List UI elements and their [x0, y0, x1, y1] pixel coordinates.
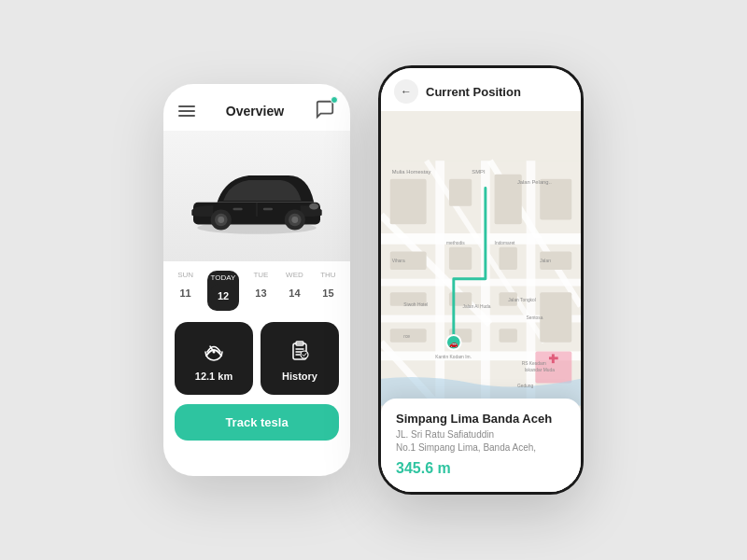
- left-header: Overview: [163, 84, 350, 131]
- svg-rect-10: [233, 208, 243, 211]
- date-day-wed: WED: [286, 271, 303, 279]
- chat-icon[interactable]: [315, 99, 335, 123]
- date-today[interactable]: TODAY 12: [207, 271, 240, 311]
- menu-icon[interactable]: [178, 105, 195, 117]
- svg-rect-34: [449, 179, 472, 206]
- date-num-thu: 15: [316, 281, 340, 305]
- stats-row: 12.1 km History: [163, 318, 350, 404]
- km-card[interactable]: 12.1 km: [175, 322, 253, 395]
- svg-text:Indomaret: Indomaret: [495, 241, 516, 245]
- location-distance: 345.6 m: [396, 460, 566, 477]
- date-num-today: 12: [211, 284, 235, 308]
- date-day-thu: THU: [320, 271, 335, 279]
- svg-text:methodis: methodis: [446, 241, 465, 245]
- km-label: 12.1 km: [195, 371, 233, 382]
- date-num-sun: 11: [174, 281, 198, 305]
- phone-right: ← Current Position: [378, 65, 584, 495]
- svg-text:Vihara: Vihara: [392, 259, 405, 263]
- date-sun[interactable]: SUN 11: [174, 271, 198, 311]
- svg-rect-9: [263, 208, 273, 211]
- date-tue[interactable]: TUE 13: [248, 271, 273, 311]
- svg-text:Siwoh Hotel: Siwoh Hotel: [403, 302, 428, 307]
- history-label: History: [282, 371, 317, 382]
- svg-text:Jalan Tongkol: Jalan Tongkol: [508, 298, 536, 302]
- svg-text:SMPI: SMPI: [472, 169, 486, 175]
- date-day-tue: TUE: [253, 271, 268, 279]
- date-day-today: TODAY: [211, 273, 236, 282]
- back-button[interactable]: ←: [394, 79, 418, 104]
- svg-rect-50: [552, 354, 555, 363]
- svg-rect-46: [499, 329, 516, 343]
- map-title: Current Position: [426, 85, 521, 99]
- map-header: ← Current Position: [381, 68, 581, 111]
- svg-point-4: [291, 217, 298, 223]
- svg-text:Sentosa: Sentosa: [527, 315, 543, 320]
- speedometer-icon: [199, 335, 229, 365]
- svg-point-7: [218, 217, 224, 223]
- track-tesla-button[interactable]: Track tesla: [175, 404, 339, 441]
- date-num-tue: 13: [248, 281, 273, 305]
- back-arrow-icon: ←: [401, 85, 412, 98]
- svg-point-20: [301, 351, 308, 358]
- svg-text:Kantin Kodam Im.: Kantin Kodam Im.: [435, 355, 472, 359]
- svg-text:rce: rce: [403, 334, 410, 339]
- svg-text:Jalan Al Huda: Jalan Al Huda: [463, 304, 491, 309]
- page-title: Overview: [226, 104, 284, 119]
- map-area: 🚗 Mulia Homestay SMPI Jalan Pelang.. Vih…: [381, 111, 581, 492]
- location-name: Simpang Lima Banda Aceh: [396, 412, 566, 426]
- date-thu[interactable]: THU 15: [316, 271, 340, 311]
- location-card: Simpang Lima Banda Aceh JL. Sri Ratu Saf…: [381, 399, 581, 492]
- history-card[interactable]: History: [261, 322, 339, 395]
- car-image: [163, 131, 350, 261]
- svg-text:🚗: 🚗: [449, 339, 458, 348]
- notification-badge: [331, 96, 338, 104]
- svg-text:Iskandar Muda: Iskandar Muda: [525, 368, 555, 372]
- date-row: SUN 11 TODAY 12 TUE 13 WED 14 THU 15: [163, 261, 350, 318]
- date-wed[interactable]: WED 14: [282, 271, 306, 311]
- svg-text:Mulia Homestay: Mulia Homestay: [392, 169, 431, 175]
- svg-rect-33: [390, 179, 427, 225]
- svg-text:Jalan Pelang..: Jalan Pelang..: [517, 179, 552, 185]
- svg-text:Jalan: Jalan: [540, 259, 551, 263]
- svg-rect-36: [540, 179, 571, 220]
- clipboard-icon: [285, 335, 315, 365]
- svg-text:Gedung: Gedung: [517, 384, 534, 388]
- date-num-wed: 14: [282, 281, 306, 305]
- svg-rect-38: [449, 247, 472, 270]
- car-svg: [177, 154, 336, 238]
- location-address: JL. Sri Ratu Safiatuddin No.1 Simpang Li…: [396, 428, 566, 455]
- svg-rect-47: [540, 292, 571, 343]
- phone-left: Overview: [163, 84, 350, 476]
- svg-rect-39: [499, 247, 516, 270]
- svg-text:RS Kesdam: RS Kesdam: [522, 361, 546, 366]
- screen-container: Overview: [163, 65, 584, 495]
- svg-point-11: [309, 203, 318, 210]
- date-day-sun: SUN: [177, 271, 193, 279]
